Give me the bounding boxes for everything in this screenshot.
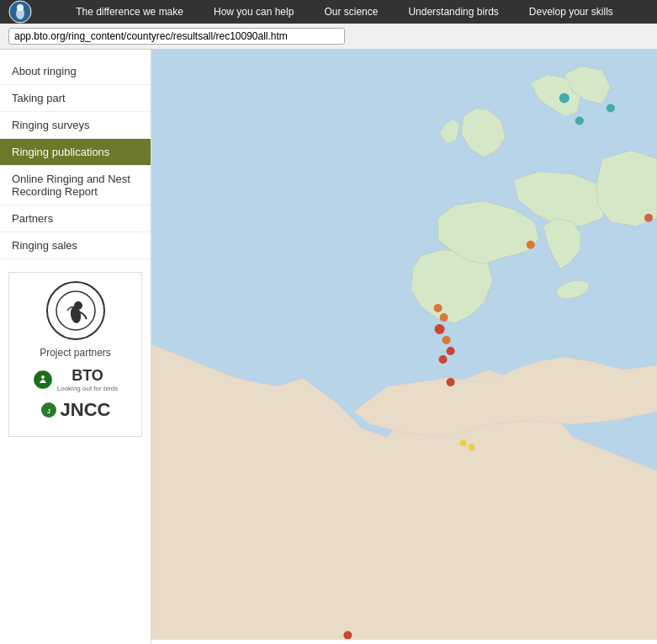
map-svg: [151, 50, 657, 639]
map-dot-5: [434, 304, 442, 312]
sidebar-item-ringing-surveys[interactable]: Ringing surveys: [0, 112, 151, 139]
sidebar-item-online-report[interactable]: Online Ringing and Nest Recording Report: [0, 166, 151, 205]
url-input[interactable]: [8, 28, 345, 45]
svg-text:J: J: [47, 408, 50, 414]
jncc-icon: J: [40, 402, 57, 418]
sidebar-item-about-ringing[interactable]: About ringing: [0, 58, 151, 85]
map-dot-8: [442, 336, 451, 344]
nav-skills[interactable]: Develop your skills: [514, 0, 628, 24]
map-dot-1: [607, 104, 615, 113]
map-dot-10: [439, 355, 448, 364]
jncc-label: JNCC: [61, 399, 111, 421]
partner-logo: [46, 281, 105, 340]
legend-bar: Encountered here in: Winter (Nov-Feb); S…: [151, 639, 657, 644]
svg-point-5: [74, 301, 82, 310]
bto-sub: Looking out for birds: [57, 385, 119, 392]
main-layout: About ringing Taking part Ringing survey…: [0, 50, 657, 644]
partner-title: Project partners: [18, 347, 133, 359]
bto-label: BTO: [57, 367, 119, 385]
jncc-logo[interactable]: J JNCC: [18, 399, 133, 421]
bto-icon: [33, 370, 53, 390]
sidebar-item-ringing-publications[interactable]: Ringing publications: [0, 139, 151, 166]
map-container: [151, 50, 657, 639]
top-navigation: The difference we make How you can help …: [0, 0, 657, 24]
map-dot-2: [575, 117, 584, 125]
sidebar-item-taking-part[interactable]: Taking part: [0, 85, 151, 112]
map-dot-0: [559, 93, 570, 104]
bird-icon: [55, 290, 97, 332]
nav-difference[interactable]: The difference we make: [61, 0, 199, 24]
map-dot-12: [460, 439, 467, 446]
map-dot-7: [435, 324, 445, 334]
map-dot-6: [440, 313, 448, 322]
nav-help[interactable]: How you can help: [199, 0, 309, 24]
nav-understanding[interactable]: Understanding birds: [393, 0, 513, 24]
sidebar-item-ringing-sales[interactable]: Ringing sales: [0, 232, 151, 259]
map-dot-9: [447, 347, 455, 355]
content-area: Encountered here in: Winter (Nov-Feb); S…: [151, 50, 657, 644]
svg-point-2: [17, 4, 24, 11]
partner-box: Project partners BTO Looking out for bir…: [8, 272, 142, 437]
nav-science[interactable]: Our science: [309, 0, 393, 24]
map-dot-3: [527, 241, 535, 249]
address-bar: [0, 24, 657, 50]
site-logo[interactable]: [8, 0, 32, 24]
map-dot-11: [447, 378, 455, 386]
svg-point-7: [41, 375, 45, 379]
map-dot-13: [469, 444, 475, 450]
sidebar: About ringing Taking part Ringing survey…: [0, 50, 151, 644]
sidebar-item-partners[interactable]: Partners: [0, 205, 151, 232]
map-dot-4: [644, 214, 653, 222]
bto-logo[interactable]: BTO Looking out for birds: [18, 367, 133, 392]
nav-menu: The difference we make How you can help …: [40, 0, 649, 24]
